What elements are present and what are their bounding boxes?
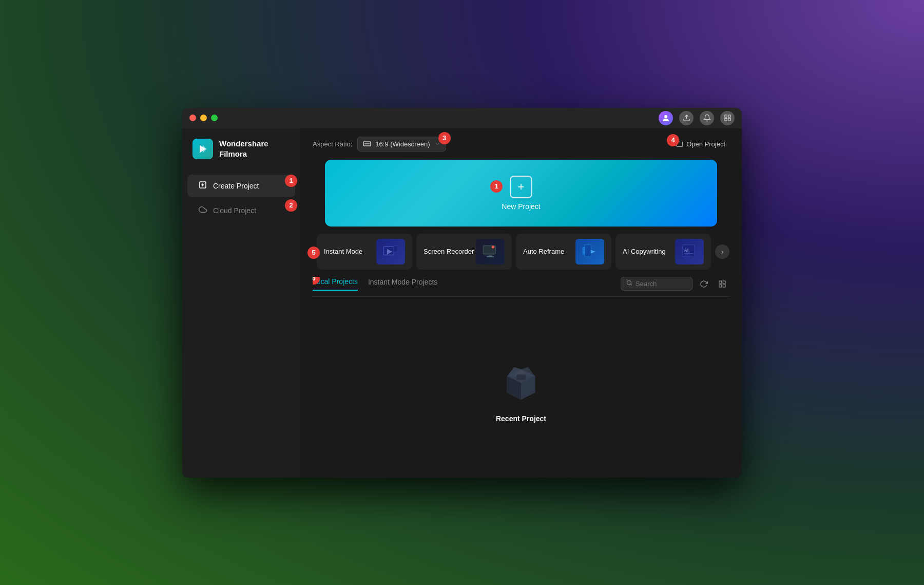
ai-copywriting-thumb: AI xyxy=(675,239,704,265)
badge-3: 3 xyxy=(438,132,451,144)
aspect-ratio-value: 16:9 (Widescreen) xyxy=(375,140,430,148)
tabs-right xyxy=(621,277,729,291)
feature-card-auto-reframe[interactable]: Auto Reframe xyxy=(516,234,611,270)
title-bar-actions xyxy=(659,111,735,125)
svg-rect-36 xyxy=(723,285,725,287)
grid-icon[interactable] xyxy=(720,111,735,125)
svg-rect-21 xyxy=(487,256,494,257)
empty-state: Recent Project xyxy=(313,305,729,478)
badge-1-hero: 1 xyxy=(490,180,503,193)
brand-name: WondershareFilmora xyxy=(219,139,268,159)
tab-instant-mode-projects[interactable]: Instant Mode Projects xyxy=(368,278,437,290)
new-project-plus-icon: + xyxy=(510,176,532,198)
feature-cards-row: 5 Instant Mode xyxy=(313,234,729,270)
search-box[interactable] xyxy=(621,277,692,291)
new-project-hero[interactable]: + New Project xyxy=(325,160,717,227)
svg-point-19 xyxy=(492,246,494,248)
svg-point-0 xyxy=(664,115,667,118)
instant-mode-thumb xyxy=(376,239,405,265)
sidebar: WondershareFilmora Create Project 1 xyxy=(182,128,300,478)
view-toggle-button[interactable] xyxy=(715,277,729,291)
svg-rect-2 xyxy=(728,115,730,117)
instant-mode-projects-label: Instant Mode Projects xyxy=(368,278,437,286)
brand: WondershareFilmora xyxy=(182,139,300,174)
feature-card-screen-recorder[interactable]: Screen Recorder xyxy=(416,234,512,270)
auto-reframe-label: Auto Reframe xyxy=(523,248,564,255)
badge-5: 5 xyxy=(307,247,320,259)
cloud-project-label: Cloud Project xyxy=(213,206,256,215)
svg-rect-25 xyxy=(583,247,585,254)
projects-tabs: 6 Local Projects Instant Mode Projects xyxy=(313,277,729,297)
badge-2: 2 xyxy=(285,199,297,212)
svg-rect-33 xyxy=(719,281,722,284)
svg-rect-34 xyxy=(723,281,725,284)
svg-rect-1 xyxy=(724,115,726,117)
minimize-button[interactable] xyxy=(200,115,207,121)
cloud-project-icon xyxy=(198,205,208,216)
recent-project-label: Recent Project xyxy=(496,414,546,423)
badge-1: 1 xyxy=(285,175,297,187)
open-project-wrapper: Open Project 4 xyxy=(672,138,729,150)
feature-card-ai-copywriting[interactable]: AI Copywriting AI xyxy=(615,234,711,270)
ai-copywriting-label: AI Copywriting xyxy=(623,248,666,255)
open-project-button[interactable]: Open Project xyxy=(672,138,729,150)
search-input[interactable] xyxy=(636,280,687,288)
svg-rect-3 xyxy=(724,119,726,121)
tabs-left: 6 Local Projects Instant Mode Projects xyxy=(313,277,437,291)
maximize-button[interactable] xyxy=(211,115,218,121)
svg-line-32 xyxy=(630,284,631,285)
screen-recorder-thumb xyxy=(476,239,505,265)
svg-rect-35 xyxy=(719,285,722,287)
projects-section: 6 Local Projects Instant Mode Projects xyxy=(313,277,729,478)
main-content: Aspect Ratio: 16:9 (Widescreen) 3 xyxy=(300,128,742,478)
close-button[interactable] xyxy=(189,115,196,121)
instant-mode-label: Instant Mode xyxy=(324,248,362,255)
svg-rect-4 xyxy=(728,119,730,121)
feature-card-instant-mode[interactable]: Instant Mode xyxy=(317,234,412,270)
svg-marker-24 xyxy=(591,250,595,253)
open-project-label: Open Project xyxy=(686,140,725,148)
aspect-ratio-label: Aspect Ratio: xyxy=(313,140,352,148)
app-window: WondershareFilmora Create Project 1 xyxy=(182,108,742,478)
aspect-ratio-section: Aspect Ratio: 16:9 (Widescreen) 3 xyxy=(313,137,446,152)
create-project-label: Create Project xyxy=(213,182,259,190)
refresh-button[interactable] xyxy=(697,277,711,291)
notification-icon[interactable] xyxy=(700,111,714,125)
search-icon xyxy=(626,280,632,288)
svg-point-31 xyxy=(627,281,631,285)
svg-marker-6 xyxy=(203,145,207,153)
sidebar-item-create-project[interactable]: Create Project xyxy=(187,175,295,197)
new-project-hero-wrapper: + New Project 1 xyxy=(313,160,729,227)
brand-logo xyxy=(192,139,213,159)
nav-cloud-project-wrapper: Cloud Project 2 xyxy=(182,198,300,223)
create-project-icon xyxy=(198,181,208,191)
svg-rect-23 xyxy=(585,245,591,256)
new-project-label: New Project xyxy=(502,202,540,211)
traffic-lights xyxy=(189,115,218,121)
auto-reframe-thumb xyxy=(575,239,604,265)
aspect-ratio-dropdown[interactable]: 16:9 (Widescreen) 3 xyxy=(357,137,446,152)
nav-create-project-wrapper: Create Project 1 xyxy=(182,174,300,198)
scroll-right-arrow[interactable]: › xyxy=(715,244,729,259)
avatar-icon[interactable] xyxy=(659,111,673,125)
window-body: WondershareFilmora Create Project 1 xyxy=(182,128,742,478)
empty-box-icon xyxy=(498,360,544,406)
upload-icon[interactable] xyxy=(679,111,694,125)
svg-rect-16 xyxy=(394,246,397,252)
screen-recorder-label: Screen Recorder xyxy=(424,248,474,255)
svg-text:AI: AI xyxy=(684,248,688,253)
badge-4: 4 xyxy=(667,134,679,146)
title-bar xyxy=(182,108,742,128)
top-toolbar: Aspect Ratio: 16:9 (Widescreen) 3 xyxy=(300,128,742,160)
sidebar-item-cloud-project[interactable]: Cloud Project xyxy=(187,199,295,222)
